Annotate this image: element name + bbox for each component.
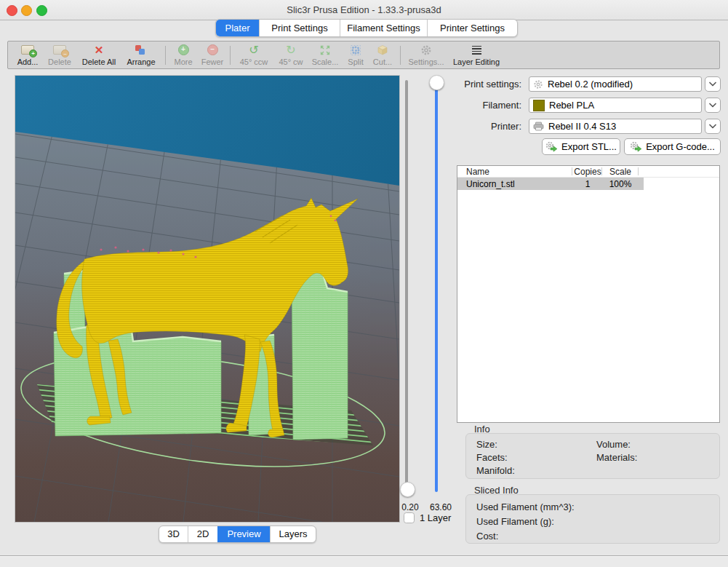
object-list: Name Copies Scale Unicorn_t.stl 1 100% bbox=[457, 165, 720, 423]
printer-dropdown-button[interactable] bbox=[705, 119, 721, 134]
one-layer-label: 1 Layer bbox=[420, 512, 451, 524]
gear-icon bbox=[533, 79, 543, 90]
print-settings-label: Print settings: bbox=[433, 76, 521, 92]
object-copies: 1 bbox=[573, 179, 602, 189]
tab-printer-settings[interactable]: Printer Settings bbox=[427, 20, 517, 36]
info-facets-label: Facets: bbox=[476, 452, 508, 463]
used-filament-mm3-label: Used Filament (mm^3): bbox=[476, 501, 575, 512]
export-gcode-button[interactable]: Export G-code... bbox=[624, 138, 721, 155]
view-tab-layers[interactable]: Layers bbox=[270, 526, 316, 542]
tab-filament-settings[interactable]: Filament Settings bbox=[340, 20, 427, 36]
printer-icon bbox=[533, 122, 544, 131]
print-settings-combo[interactable]: Rebel 0.2 (modified) bbox=[529, 76, 702, 92]
export-stl-label: Export STL... bbox=[561, 141, 617, 152]
info-size-label: Size: bbox=[476, 439, 497, 450]
info-manifold-label: Manifold: bbox=[476, 465, 515, 476]
layer-slider-high-thumb[interactable] bbox=[429, 75, 444, 90]
export-stl-button[interactable]: Export STL... bbox=[542, 138, 620, 155]
minus-circle-icon: – bbox=[207, 44, 218, 55]
window-title: Slic3r Prusa Edition - 1.33.3-prusa3d bbox=[0, 0, 728, 20]
filament-value: Rebel PLA bbox=[549, 100, 594, 111]
plus-circle-icon: + bbox=[178, 44, 189, 55]
object-settings-button[interactable]: Settings... bbox=[404, 43, 448, 66]
object-name: Unicorn_t.stl bbox=[466, 179, 515, 189]
printer-label: Printer: bbox=[433, 119, 521, 134]
layer-slider-low-value: 0.20 bbox=[396, 502, 425, 512]
export-gcode-label: Export G-code... bbox=[646, 141, 715, 152]
filament-label: Filament: bbox=[433, 98, 521, 113]
chevron-down-icon bbox=[709, 103, 716, 108]
arrange-cubes-icon bbox=[120, 43, 162, 57]
layer-slider-low-track[interactable] bbox=[405, 80, 408, 486]
toolbar-separator bbox=[230, 46, 231, 65]
tab-plater[interactable]: Plater bbox=[216, 20, 259, 36]
used-filament-g-label: Used Filament (g): bbox=[476, 516, 554, 527]
zoom-window-button[interactable] bbox=[36, 5, 47, 16]
filament-color-swatch bbox=[533, 100, 545, 111]
print-settings-dropdown-button[interactable] bbox=[705, 76, 721, 92]
minimize-window-button[interactable] bbox=[21, 5, 32, 16]
rotate-cw-button[interactable]: ↻ 45° cw bbox=[273, 43, 308, 66]
chevron-down-icon bbox=[709, 124, 716, 129]
scale-button[interactable]: Scale... bbox=[307, 43, 343, 66]
column-header-name[interactable]: Name bbox=[466, 167, 489, 177]
column-header-scale[interactable]: Scale bbox=[602, 167, 639, 177]
info-volume-label: Volume: bbox=[596, 439, 631, 450]
3d-preview-canvas[interactable] bbox=[15, 75, 400, 523]
layer-slider-high-track[interactable] bbox=[435, 82, 438, 492]
close-window-button[interactable] bbox=[7, 5, 17, 16]
rotate-ccw-button[interactable]: ↺ 45° ccw bbox=[234, 43, 273, 66]
title-bar: Slic3r Prusa Edition - 1.33.3-prusa3d bbox=[0, 0, 728, 20]
plater-toolbar: + Add... – Delete ✕ Delete All Arrange +… bbox=[7, 41, 720, 69]
cost-label: Cost: bbox=[476, 531, 498, 542]
main-tab-bar: Plater Print Settings Filament Settings … bbox=[215, 19, 518, 37]
toolbar-separator bbox=[165, 46, 166, 65]
gear-icon bbox=[404, 43, 448, 57]
filament-dropdown-button[interactable] bbox=[705, 98, 721, 113]
layers-stack-icon bbox=[472, 46, 481, 55]
info-group: Size: Facets: Manifold: Volume: Material… bbox=[465, 433, 720, 479]
delete-button[interactable]: – Delete bbox=[43, 43, 76, 66]
delete-box-icon: – bbox=[53, 45, 66, 55]
info-materials-label: Materials: bbox=[596, 452, 637, 463]
toolbar-separator bbox=[400, 46, 401, 65]
scale-arrows-icon bbox=[307, 43, 343, 57]
more-copies-button[interactable]: + More bbox=[169, 43, 197, 66]
column-header-copies[interactable]: Copies bbox=[573, 167, 602, 177]
add-box-icon: + bbox=[21, 45, 34, 55]
tab-print-settings[interactable]: Print Settings bbox=[259, 20, 340, 36]
layer-editing-button[interactable]: Layer Editing bbox=[448, 43, 505, 66]
delete-all-button[interactable]: ✕ Delete All bbox=[78, 43, 120, 66]
print-settings-value: Rebel 0.2 (modified) bbox=[548, 79, 633, 90]
cut-cube-icon bbox=[368, 43, 397, 57]
layer-slider-low-thumb[interactable] bbox=[400, 482, 415, 497]
view-tab-2d[interactable]: 2D bbox=[188, 526, 217, 542]
add-button[interactable]: + Add... bbox=[11, 43, 44, 66]
object-scale: 100% bbox=[602, 179, 639, 189]
split-dots-icon bbox=[342, 43, 369, 57]
printer-value: Rebel II 0.4 S13 bbox=[548, 121, 616, 132]
one-layer-checkbox[interactable] bbox=[404, 512, 415, 523]
printer-combo[interactable]: Rebel II 0.4 S13 bbox=[529, 119, 702, 134]
export-gear-arrow-icon bbox=[630, 141, 642, 152]
layer-slider-high-value: 63.60 bbox=[425, 502, 457, 512]
status-bar bbox=[0, 556, 728, 567]
view-tab-3d[interactable]: 3D bbox=[159, 526, 188, 542]
view-tab-preview[interactable]: Preview bbox=[217, 526, 270, 542]
export-gear-arrow-icon bbox=[545, 141, 558, 152]
sliced-info-group: Used Filament (mm^3): Used Filament (g):… bbox=[465, 494, 720, 544]
preview-scene bbox=[15, 76, 399, 522]
fewer-copies-button[interactable]: – Fewer bbox=[197, 43, 228, 66]
rotate-cw-icon: ↻ bbox=[286, 44, 295, 56]
cut-button[interactable]: Cut... bbox=[368, 43, 397, 66]
object-row-unicorn[interactable]: Unicorn_t.stl 1 100% bbox=[457, 178, 719, 190]
filament-combo[interactable]: Rebel PLA bbox=[529, 98, 702, 113]
object-list-header: Name Copies Scale bbox=[457, 166, 719, 178]
view-mode-tab-bar: 3D 2D Preview Layers bbox=[159, 526, 316, 543]
arrange-button[interactable]: Arrange bbox=[120, 43, 162, 66]
split-button[interactable]: Split bbox=[342, 43, 369, 66]
rotate-ccw-icon: ↺ bbox=[249, 44, 258, 56]
chevron-down-icon bbox=[709, 82, 716, 87]
delete-all-x-icon: ✕ bbox=[95, 44, 104, 55]
